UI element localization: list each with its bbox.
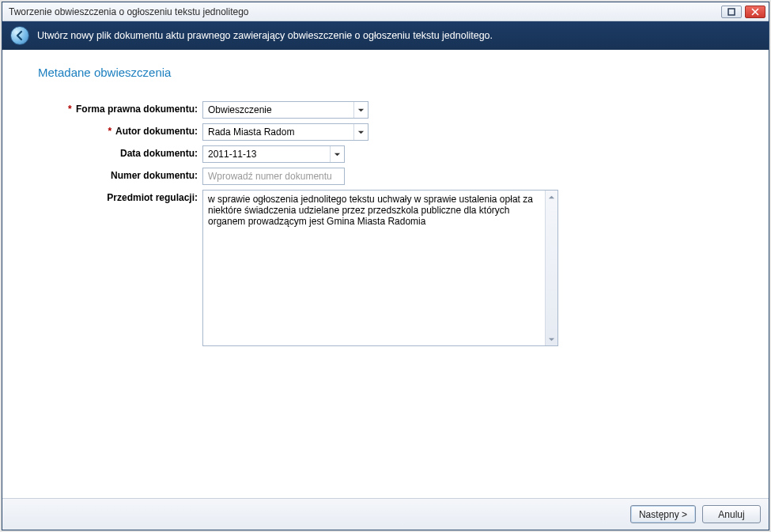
back-arrow-icon [14,30,25,41]
maximize-icon [728,8,735,16]
close-button[interactable] [745,6,765,18]
label-subject-text: Przedmiot regulacji: [107,192,198,203]
row-subject: Przedmiot regulacji: [30,190,741,346]
label-legal-form-text: Forma prawna dokumentu: [76,104,198,115]
date-dropdown[interactable]: 2011-11-13 [202,145,345,163]
subject-textarea-wrap [202,190,558,346]
titlebar: Tworzenie obwieszczenia o ogłoszeniu tek… [2,2,769,21]
maximize-button[interactable] [721,6,742,18]
label-date: Data dokumentu: [30,145,198,159]
document-number-input[interactable] [202,168,345,185]
next-button[interactable]: Następny > [630,505,696,523]
banner-text: Utwórz nowy plik dokumentu aktu prawnego… [37,30,493,41]
label-number: Numer dokumentu: [30,168,198,181]
wizard-banner: Utwórz nowy plik dokumentu aktu prawnego… [2,21,769,50]
content-area: Metadane obwieszczenia * Forma prawna do… [2,50,769,498]
row-author: * Autor dokumentu: Rada Miasta Radom [30,123,741,141]
chevron-down-icon [353,102,368,118]
date-value: 2011-11-13 [203,149,330,160]
label-date-text: Data dokumentu: [120,148,198,159]
svg-rect-0 [728,9,735,15]
author-value: Rada Miasta Radom [203,126,353,138]
section-title: Metadane obwieszczenia [38,66,741,79]
wizard-window: Tworzenie obwieszczenia o ogłoszeniu tek… [2,2,769,530]
label-number-text: Numer dokumentu: [111,170,198,181]
label-author: * Autor dokumentu: [30,123,198,137]
scroll-up-icon [546,191,558,203]
label-legal-form: * Forma prawna dokumentu: [30,101,198,115]
wizard-footer: Następny > Anuluj [2,498,769,530]
textarea-scrollbar[interactable] [545,191,557,345]
row-legal-form: * Forma prawna dokumentu: Obwieszczenie [30,101,741,119]
metadata-form: * Forma prawna dokumentu: Obwieszczenie … [30,101,741,346]
author-dropdown[interactable]: Rada Miasta Radom [202,123,368,141]
window-title: Tworzenie obwieszczenia o ogłoszeniu tek… [9,6,721,17]
close-icon [751,8,759,16]
row-date: Data dokumentu: 2011-11-13 [30,145,741,163]
legal-form-value: Obwieszczenie [203,104,353,115]
label-author-text: Autor dokumentu: [115,126,198,137]
legal-form-dropdown[interactable]: Obwieszczenie [202,101,368,119]
window-controls [721,6,765,18]
chevron-down-icon [353,124,368,140]
subject-textarea[interactable] [203,191,545,345]
label-subject: Przedmiot regulacji: [30,190,198,203]
required-marker: * [68,104,74,115]
chevron-down-icon [330,146,344,162]
required-marker: * [108,126,113,137]
scroll-down-icon [546,333,558,345]
back-button[interactable] [10,26,29,45]
cancel-button[interactable]: Anuluj [702,505,761,523]
row-number: Numer dokumentu: [30,168,741,185]
